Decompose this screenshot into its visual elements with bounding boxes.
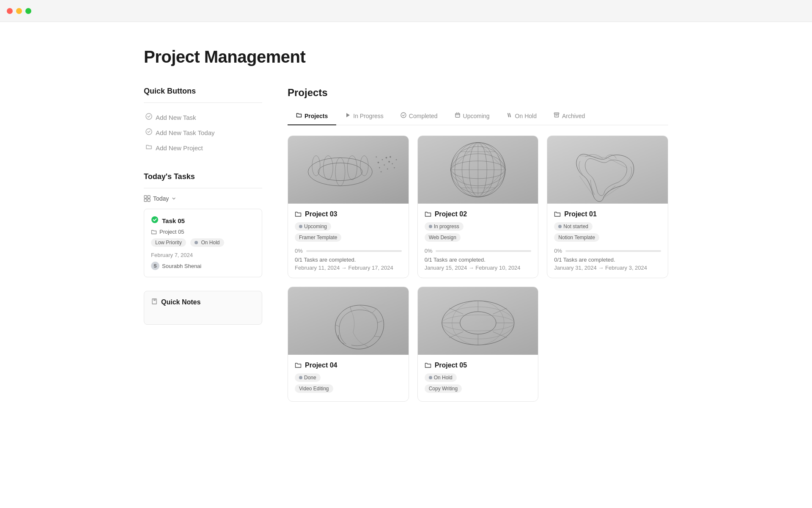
tab-in-progress[interactable]: In Progress: [336, 107, 392, 125]
project-01-progress: 0%: [554, 248, 661, 254]
svg-line-48: [608, 158, 627, 168]
add-new-task-today-button[interactable]: Add New Task Today: [144, 125, 262, 140]
svg-point-23: [379, 167, 380, 168]
quick-notes-section: Quick Notes: [144, 291, 262, 325]
close-button[interactable]: [7, 8, 13, 14]
project-card-04[interactable]: Project 04 Done Video Editing: [288, 287, 409, 402]
progress-track-03: [306, 250, 402, 252]
add-new-task-label: Add New Task: [156, 114, 196, 121]
svg-line-67: [493, 332, 507, 338]
svg-point-24: [387, 168, 388, 169]
project-03-category: Framer Template: [295, 233, 341, 242]
project-03-date: February 11, 2024 → February 17, 2024: [295, 265, 402, 271]
project-04-category: Video Editing: [295, 384, 333, 393]
project-grid: Project 03 Upcoming Framer Template: [288, 135, 668, 402]
project-02-date: January 15, 2024 → February 10, 2024: [425, 265, 532, 271]
status-dot-05: [429, 376, 432, 379]
status-dot: [195, 241, 198, 244]
project-card-02-image: [418, 136, 538, 204]
project-card-02[interactable]: Project 02 In progress Web Design: [417, 135, 539, 278]
project-card-03[interactable]: Project 03 Upcoming Framer Template: [288, 135, 409, 278]
project-03-name: Project 03: [295, 210, 402, 218]
quick-buttons-section: Quick Buttons Add New Task: [144, 87, 262, 155]
project-05-status-row: On Hold: [425, 373, 532, 384]
project-card-03-body: Project 03 Upcoming Framer Template: [288, 204, 409, 278]
project-card-01-body: Project 01 Not started Notion Template: [547, 204, 668, 278]
tab-archived[interactable]: Archived: [545, 107, 593, 125]
svg-point-21: [384, 165, 385, 166]
svg-point-29: [396, 159, 397, 160]
project-04-status: Done: [295, 373, 321, 382]
tab-completed[interactable]: Completed: [392, 107, 446, 125]
svg-line-49: [604, 186, 622, 198]
tab-upcoming-icon: [455, 112, 461, 119]
project-card-05[interactable]: Project 05 On Hold Copy Writing: [417, 287, 539, 402]
project-05-category: Copy Writing: [425, 384, 462, 393]
svg-line-65: [493, 308, 507, 314]
task-title: Task 05: [162, 217, 185, 224]
svg-line-55: [365, 345, 368, 347]
tab-archived-label: Archived: [562, 113, 585, 119]
project-05-category-row: Copy Writing: [425, 384, 532, 395]
svg-point-26: [390, 156, 391, 157]
svg-point-13: [335, 158, 345, 186]
project-03-progress: 0%: [295, 248, 402, 254]
check-circle-today-icon: [145, 128, 152, 137]
svg-rect-3: [148, 196, 150, 198]
svg-line-43: [478, 170, 505, 197]
project-card-04-body: Project 04 Done Video Editing: [288, 355, 409, 401]
progress-track-01: [565, 250, 661, 252]
quick-notes-card: Quick Notes: [144, 291, 262, 325]
check-circle-icon: [145, 113, 152, 121]
svg-rect-9: [455, 113, 460, 117]
today-filter-button[interactable]: Today: [144, 195, 176, 202]
tab-archived-icon: [554, 112, 560, 119]
tab-on-hold[interactable]: On Hold: [498, 107, 545, 125]
minimize-button[interactable]: [16, 8, 22, 14]
today-filter-label: Today: [153, 195, 169, 202]
task-project: Project 05: [151, 229, 255, 235]
task-card: Task 05 Project 05 Low Priority On Hold: [144, 209, 262, 277]
folder-icon: [145, 144, 152, 152]
svg-line-41: [478, 142, 505, 170]
progress-track-02: [436, 250, 531, 252]
add-new-project-button[interactable]: Add New Project: [144, 140, 262, 155]
svg-marker-7: [346, 113, 350, 117]
add-new-task-today-label: Add New Task Today: [156, 129, 215, 136]
sidebar-divider-1: [144, 102, 262, 103]
project-03-status: Upcoming: [295, 222, 331, 231]
projects-tabs: Projects In Progress: [288, 107, 668, 125]
project-02-category-row: Web Design: [425, 233, 532, 243]
svg-point-17: [312, 156, 320, 176]
svg-line-57: [335, 325, 339, 326]
page-title: Project Management: [144, 47, 668, 66]
content-grid: Quick Buttons Add New Task: [144, 87, 668, 402]
tab-upcoming[interactable]: Upcoming: [446, 107, 498, 125]
add-new-task-button[interactable]: Add New Task: [144, 110, 262, 125]
project-card-01-image: [547, 136, 668, 204]
project-02-status-row: In progress: [425, 222, 532, 233]
tab-completed-label: Completed: [409, 113, 438, 119]
project-02-category: Web Design: [425, 233, 461, 242]
todays-tasks-title: Today's Tasks: [144, 172, 262, 181]
svg-rect-5: [148, 199, 150, 202]
svg-line-56: [350, 307, 351, 311]
project-01-task-count: 0/1 Tasks are completed.: [554, 257, 661, 263]
projects-section: Projects Projects: [288, 87, 668, 402]
tab-projects[interactable]: Projects: [288, 107, 336, 125]
task-project-label: Project 05: [159, 229, 184, 235]
project-card-05-image: [418, 287, 538, 355]
project-04-name: Project 04: [295, 362, 402, 369]
project-01-status: Not started: [554, 222, 593, 231]
svg-point-14: [347, 156, 357, 180]
project-05-name: Project 05: [425, 362, 532, 369]
project-card-03-image: [288, 136, 409, 204]
tab-projects-icon: [296, 112, 302, 119]
quick-notes-header: Quick Notes: [151, 298, 255, 306]
maximize-button[interactable]: [25, 8, 31, 14]
svg-point-16: [323, 156, 333, 180]
quick-notes-icon: [151, 298, 158, 306]
quick-notes-title: Quick Notes: [161, 298, 200, 306]
project-card-01[interactable]: Project 01 Not started Notion Template: [547, 135, 668, 278]
tab-completed-icon: [401, 112, 406, 119]
